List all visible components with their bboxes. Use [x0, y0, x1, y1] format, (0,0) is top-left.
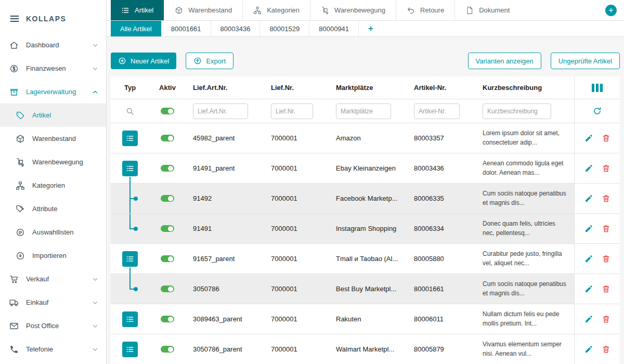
lief-art-nr-value: 3050786_parent: [186, 345, 264, 353]
sidebar-item-label: Lagerverwaltung: [26, 88, 84, 96]
sidebar-item-kategorien[interactable]: Kategorien: [0, 174, 106, 197]
kurzbeschreibung-value: Donec quam felis, ultricies nec, pellent…: [475, 219, 574, 238]
column-settings-button[interactable]: [574, 76, 620, 99]
sidebar-item-label: Warenbestand: [32, 135, 99, 142]
delete-icon[interactable]: [602, 164, 610, 173]
tab-label: Kategorien: [267, 6, 300, 14]
sidebar-item-label: Einkauf: [26, 298, 84, 306]
marktplatz-value: Instagram Shopping: [329, 225, 407, 232]
list-type-icon[interactable]: [122, 131, 138, 146]
plus-icon: +: [368, 23, 373, 34]
active-toggle-icon[interactable]: [161, 255, 174, 262]
refresh-icon[interactable]: [592, 106, 602, 116]
active-toggle-icon[interactable]: [161, 165, 174, 172]
table-row[interactable]: 3050786_parent 7000001 Walmart Marketpl.…: [111, 334, 620, 364]
lief-nr-value: 7000001: [264, 194, 329, 202]
list-type-icon[interactable]: [122, 161, 138, 176]
subtab-alle-artikel[interactable]: Alle Artikel: [111, 21, 161, 36]
list-type-icon[interactable]: [122, 342, 138, 357]
menu-icon[interactable]: [9, 14, 20, 24]
active-toggle-icon[interactable]: [161, 285, 174, 292]
filter-lief-art-nr-input[interactable]: [193, 103, 248, 119]
sidebar-item-post-office[interactable]: Post Office: [0, 314, 106, 337]
table-row[interactable]: 91492 7000001 Facebook Marketp... 800063…: [111, 184, 620, 214]
table-row[interactable]: 91657_parent 7000001 Tmall и Taobao (Al.…: [111, 244, 620, 274]
sidebar-item-artikel[interactable]: Artikel: [0, 103, 106, 127]
button-label: Export: [206, 57, 226, 65]
active-toggle-icon[interactable]: [161, 195, 174, 202]
sidebar-item-importieren[interactable]: Importieren: [0, 244, 106, 267]
col-header-typ: Typ: [111, 84, 149, 92]
tab-artikel[interactable]: Artikel: [111, 0, 164, 20]
new-article-button[interactable]: Neuer Artikel: [111, 53, 176, 69]
dolly-icon: [16, 158, 25, 167]
table-row[interactable]: 3089463_parent 7000001 Rakuten 80006011 …: [111, 304, 620, 334]
add-tab-button[interactable]: +: [605, 5, 617, 16]
filter-marktplaetze-input[interactable]: [336, 103, 391, 119]
sidebar-item-telefonie[interactable]: Telefonie: [0, 337, 106, 361]
subtab-80001661[interactable]: 80001661: [161, 21, 211, 36]
dollar-circle-icon: [9, 64, 19, 73]
table-row[interactable]: 91491 7000001 Instagram Shopping 8000633…: [111, 214, 620, 244]
tab-retoure[interactable]: Retoure: [396, 0, 454, 20]
edit-icon[interactable]: [584, 315, 593, 323]
delete-icon[interactable]: [602, 194, 610, 203]
sidebar-item-finanzwesen[interactable]: Finanzwesen: [0, 57, 106, 80]
artikel-nr-value: 80006334: [407, 225, 475, 232]
tab-dokument[interactable]: Dokument: [454, 0, 520, 20]
add-subtab-button[interactable]: +: [358, 21, 383, 36]
delete-icon[interactable]: [602, 284, 610, 293]
active-filter-toggle[interactable]: [161, 108, 174, 114]
table-filter-row: [111, 99, 620, 123]
delete-icon[interactable]: [602, 345, 610, 354]
subtab-80003436[interactable]: 80003436: [211, 21, 260, 36]
filter-kurzbeschreibung-input[interactable]: [483, 103, 551, 119]
sidebar-item-warenbewegung[interactable]: Warenbewegung: [0, 150, 106, 174]
subtab-80001529[interactable]: 80001529: [259, 21, 309, 36]
unchecked-articles-button[interactable]: Ungeprüfte Artikel: [551, 53, 620, 69]
sidebar-item-auswahllisten[interactable]: Auswahllisten: [0, 220, 106, 244]
sidebar-item-dashboard[interactable]: Dashboard: [0, 33, 106, 57]
delete-icon[interactable]: [602, 315, 610, 323]
delete-icon[interactable]: [602, 224, 610, 233]
subtab-80000941[interactable]: 80000941: [309, 21, 358, 36]
kurzbeschreibung-value: Vivamus elementum semper nisi. Aenean vu…: [475, 340, 574, 358]
table-row[interactable]: 91491_parent 7000001 Ebay Kleinanzeigen …: [111, 153, 620, 184]
sidebar-item-verkauf[interactable]: Verkauf: [0, 267, 106, 291]
filter-artikel-nr-input[interactable]: [414, 103, 460, 119]
marktplatz-value: Amazon: [329, 134, 407, 142]
sidebar-item-lagerverwaltung[interactable]: Lagerverwaltung: [0, 80, 106, 103]
edit-icon[interactable]: [584, 284, 593, 293]
export-button[interactable]: Export: [186, 53, 233, 69]
delete-icon[interactable]: [602, 254, 610, 263]
table-row[interactable]: 3050786 7000001 Best Buy Marketpl... 800…: [111, 274, 620, 304]
edit-icon[interactable]: [584, 164, 593, 173]
sidebar-item-attribute[interactable]: Attribute: [0, 197, 106, 220]
edit-icon[interactable]: [584, 194, 593, 203]
active-toggle-icon[interactable]: [161, 225, 174, 232]
show-variants-button[interactable]: Varianten anzeigen: [468, 53, 541, 69]
sidebar-item-einkauf[interactable]: Einkauf: [0, 291, 106, 314]
warehouse-icon: [9, 87, 19, 97]
tab-kategorien[interactable]: Kategorien: [242, 0, 310, 20]
tab-label: Retoure: [420, 6, 444, 14]
tab-warenbestand[interactable]: Warenbestand: [164, 0, 242, 20]
chevron-down-icon: [92, 346, 99, 353]
sitemap-icon: [253, 6, 262, 15]
list-type-icon[interactable]: [122, 251, 138, 267]
list-type-icon[interactable]: [122, 311, 138, 327]
edit-icon[interactable]: [584, 345, 593, 354]
active-toggle-icon[interactable]: [161, 135, 174, 141]
sidebar-item-warenbestand[interactable]: Warenbestand: [0, 127, 106, 150]
tab-warenbewegung[interactable]: Warenbewegung: [310, 0, 396, 20]
active-toggle-icon[interactable]: [161, 316, 174, 322]
table-row[interactable]: 45982_parent 7000001 Amazon 80003357 Lor…: [111, 123, 620, 153]
edit-icon[interactable]: [584, 224, 593, 233]
delete-icon[interactable]: [602, 134, 610, 142]
edit-icon[interactable]: [584, 254, 593, 263]
active-toggle-icon[interactable]: [161, 346, 174, 353]
filter-lief-nr-input[interactable]: [271, 103, 313, 119]
main-area: Artikel Warenbestand Kategorien Warenbew…: [107, 0, 624, 364]
lief-nr-value: 7000001: [264, 255, 329, 263]
edit-icon[interactable]: [584, 134, 593, 142]
